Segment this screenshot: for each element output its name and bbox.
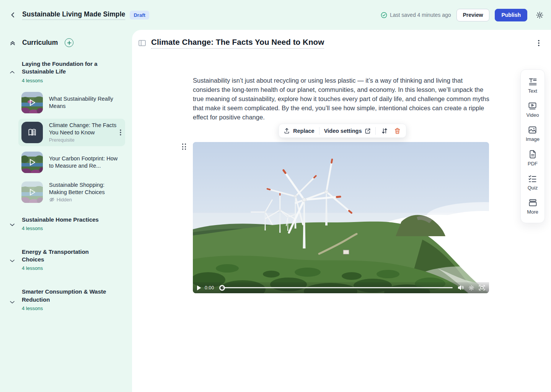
palette-label: PDF <box>528 161 538 167</box>
chevron-down-icon <box>9 293 15 311</box>
toolbar-divider <box>375 127 376 135</box>
section-title: Laying the Foundation for a Sustainable … <box>22 60 110 76</box>
lesson-video-thumbnail <box>21 152 43 173</box>
curriculum-section: Energy & Transportation Choices 4 lesson… <box>9 248 125 271</box>
lesson-title: What Sustainability Really Means <box>49 95 122 110</box>
lesson-kebab-menu[interactable] <box>119 129 122 136</box>
palette-label: More <box>527 209 538 215</box>
upload-icon <box>284 127 290 134</box>
section-header[interactable]: Smarter Consumption & Waste Reduction 4 … <box>9 288 125 311</box>
delete-block-button[interactable] <box>393 127 401 135</box>
lesson-title: Your Carbon Footprint: How to Measure an… <box>49 155 122 170</box>
volume-icon <box>458 285 464 291</box>
chevron-down-icon <box>9 218 15 231</box>
app-header: Sustainable Living Made Simple Draft Las… <box>0 0 551 30</box>
lesson-list: What Sustainability Really Means Climate… <box>9 89 125 206</box>
palette-item-text[interactable]: Text <box>528 78 537 94</box>
section-header[interactable]: Laying the Foundation for a Sustainable … <box>9 60 125 83</box>
reorder-arrows-icon <box>381 127 388 134</box>
video-controls-bar: 0:00 <box>193 282 489 293</box>
lesson-hidden-label: Hidden <box>49 197 122 203</box>
kebab-icon <box>538 40 540 46</box>
check-circle-icon <box>381 12 387 18</box>
section-header[interactable]: Sustainable Home Practices 4 lessons <box>9 216 125 231</box>
curriculum-section: Laying the Foundation for a Sustainable … <box>9 60 125 206</box>
replace-label: Replace <box>293 128 315 134</box>
add-section-button[interactable] <box>65 38 73 47</box>
palette-label: Video <box>526 112 539 118</box>
lesson-video-thumbnail <box>21 181 43 203</box>
curriculum-header: Curriculum <box>9 38 125 47</box>
section-lesson-count: 4 lessons <box>22 305 110 311</box>
palette-item-more[interactable]: More <box>527 199 538 215</box>
palette-item-image[interactable]: Image <box>526 126 540 142</box>
video-block-toolbar: Replace Video settings <box>279 124 406 138</box>
replace-button[interactable]: Replace <box>284 127 315 134</box>
save-status: Last saved 4 minutes ago <box>381 12 451 18</box>
video-settings-gear-button[interactable] <box>468 285 474 291</box>
play-icon <box>28 188 37 197</box>
save-status-text: Last saved 4 minutes ago <box>390 12 451 18</box>
collapse-all-icon[interactable] <box>9 39 16 46</box>
video-progress-thumb[interactable] <box>219 285 225 291</box>
status-badge: Draft <box>130 11 149 20</box>
publish-button[interactable]: Publish <box>495 9 527 21</box>
header-actions: Last saved 4 minutes ago Preview Publish <box>381 9 545 21</box>
palette-item-quiz[interactable]: Quiz <box>528 175 538 191</box>
section-lesson-count: 4 lessons <box>22 225 110 231</box>
play-icon <box>28 98 37 107</box>
gear-icon <box>468 285 474 291</box>
section-header[interactable]: Energy & Transportation Choices 4 lesson… <box>9 248 125 271</box>
pdf-icon <box>529 150 536 158</box>
more-blocks-icon <box>528 199 537 207</box>
open-book-icon <box>27 127 37 137</box>
chevron-up-icon <box>9 61 15 83</box>
trash-icon <box>394 127 401 134</box>
wind-turbine-video-frame <box>193 142 489 293</box>
volume-button[interactable] <box>458 285 464 291</box>
video-progress-bar[interactable] <box>222 287 453 288</box>
palette-label: Image <box>526 136 540 142</box>
play-button[interactable] <box>197 285 201 291</box>
settings-button[interactable] <box>534 10 545 20</box>
lesson-item-selected[interactable]: Climate Change: The Facts You Need to Kn… <box>18 119 125 146</box>
lesson-editor-panel: Climate Change: The Facts You Need to Kn… <box>132 30 551 392</box>
panel-toggle-icon[interactable] <box>139 40 146 46</box>
lesson-options-menu[interactable] <box>536 38 541 48</box>
lesson-item[interactable]: Your Carbon Footprint: How to Measure an… <box>18 149 125 176</box>
fullscreen-icon <box>479 285 485 291</box>
video-settings-button[interactable]: Video settings <box>324 128 371 134</box>
curriculum-section: Sustainable Home Practices 4 lessons <box>9 216 125 231</box>
toolbar-divider <box>319 127 320 135</box>
section-title: Smarter Consumption & Waste Reduction <box>22 288 110 304</box>
external-link-icon <box>365 128 371 134</box>
lesson-header: Climate Change: The Facts You Need to Kn… <box>139 38 324 49</box>
lesson-item[interactable]: What Sustainability Really Means <box>18 89 125 116</box>
palette-item-pdf[interactable]: PDF <box>528 150 538 167</box>
block-drag-handle[interactable] <box>182 144 186 150</box>
video-player[interactable]: 0:00 <box>193 142 489 293</box>
palette-label: Text <box>528 88 537 94</box>
hidden-label-text: Hidden <box>57 197 72 203</box>
video-settings-label: Video settings <box>324 128 362 134</box>
curriculum-sidebar: Curriculum Laying the Foundation for a S… <box>0 30 132 392</box>
move-block-button[interactable] <box>380 127 389 135</box>
course-title[interactable]: Sustainable Living Made Simple <box>22 10 125 20</box>
lesson-title-heading[interactable]: Climate Change: The Facts You Need to Kn… <box>151 38 324 49</box>
video-timestamp: 0:00 <box>205 285 214 291</box>
back-button[interactable] <box>8 10 18 20</box>
fullscreen-button[interactable] <box>479 285 485 291</box>
lesson-title: Sustainable Shopping: Making Better Choi… <box>49 181 122 196</box>
lesson-body-text[interactable]: Sustainability isn’t just about recyclin… <box>193 76 490 122</box>
lesson-title: Climate Change: The Facts You Need to Kn… <box>49 122 122 136</box>
gear-icon <box>536 11 544 19</box>
preview-button[interactable]: Preview <box>456 9 490 21</box>
chevron-down-icon <box>9 250 15 271</box>
text-icon <box>528 78 537 86</box>
lesson-item-hidden[interactable]: Sustainable Shopping: Making Better Choi… <box>18 178 125 206</box>
section-title: Sustainable Home Practices <box>22 216 110 224</box>
play-icon <box>197 285 201 291</box>
back-chevron-icon <box>10 11 16 18</box>
palette-item-video[interactable]: Video <box>526 102 539 118</box>
play-icon <box>28 158 37 167</box>
